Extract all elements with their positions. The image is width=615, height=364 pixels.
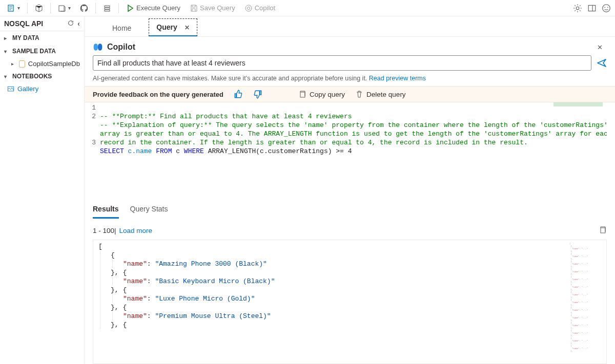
- stack-icon: [103, 4, 111, 12]
- results-minimap: [ { "name": "..." }, { "name": "..." }, …: [569, 242, 605, 361]
- query-editor[interactable]: 12 3 -- **Prompt:** Find all products th…: [85, 102, 607, 164]
- execute-label: Execute Query: [136, 4, 180, 12]
- open-icon: [58, 4, 66, 12]
- panel-icon[interactable]: [587, 4, 597, 13]
- svg-point-6: [603, 4, 610, 12]
- toolbar-open-dropdown[interactable]: ▾: [55, 3, 74, 13]
- svg-point-8: [607, 7, 608, 8]
- thumbs-up-icon[interactable]: [234, 90, 243, 99]
- copilot-small-icon: [244, 4, 253, 12]
- github-icon: [80, 4, 88, 12]
- api-label: NOSQL API: [4, 19, 43, 28]
- gallery-item[interactable]: Gallery: [0, 83, 84, 95]
- results-tab[interactable]: Results: [93, 203, 119, 219]
- svg-rect-11: [601, 228, 605, 233]
- copilot-toolbar-label: Copilot: [255, 4, 275, 12]
- svg-point-4: [576, 7, 579, 10]
- notebooks-section[interactable]: ▾ NOTEBOOKS: [0, 70, 84, 83]
- chevron-right-icon: ▸: [11, 61, 16, 67]
- sample-db-item[interactable]: ▸ CopilotSampleDb: [0, 58, 84, 70]
- copy-icon: [298, 90, 306, 98]
- toolbar-container-icon[interactable]: [32, 3, 46, 13]
- svg-rect-5: [588, 5, 596, 11]
- ai-disclaimer: AI-generated content can have mistakes. …: [85, 73, 615, 86]
- preview-terms-link[interactable]: Read preview terms: [369, 75, 426, 82]
- chevron-down-icon: ▾: [4, 74, 9, 79]
- query-stats-tab[interactable]: Query Stats: [130, 203, 168, 219]
- chevron-right-icon: ▸: [4, 35, 9, 41]
- feedback-label: Provide feedback on the query generated: [93, 91, 223, 98]
- tab-query[interactable]: Query ✕: [149, 18, 197, 36]
- copilot-title: Copilot: [107, 42, 135, 52]
- gallery-icon: [7, 85, 14, 93]
- cube-icon: [35, 4, 43, 12]
- collapse-sidebar-icon[interactable]: ‹: [77, 19, 80, 28]
- svg-rect-10: [300, 92, 305, 97]
- toolbar-stack-icon[interactable]: [100, 3, 114, 13]
- sampledata-label: SAMPLE DATA: [12, 48, 56, 55]
- settings-icon[interactable]: [573, 4, 582, 13]
- close-icon[interactable]: ✕: [184, 24, 190, 31]
- results-json-viewer[interactable]: [ { "name": "Amazing Phone 3000 (Black)"…: [93, 240, 607, 364]
- gallery-label: Gallery: [17, 85, 38, 93]
- copilot-prompt-input[interactable]: [93, 55, 591, 71]
- play-icon: [126, 4, 134, 12]
- toolbar-new-dropdown[interactable]: ▾: [4, 3, 23, 13]
- thumbs-down-icon[interactable]: [253, 90, 262, 99]
- refresh-icon[interactable]: [67, 19, 74, 27]
- tab-home[interactable]: Home: [105, 20, 138, 36]
- copy-query-button[interactable]: Copy query: [298, 90, 345, 98]
- svg-point-3: [247, 7, 250, 9]
- mydata-section[interactable]: ▸ MY DATA: [0, 31, 84, 45]
- toolbar-github-icon[interactable]: [77, 3, 91, 13]
- results-range: 1 - 100: [93, 227, 114, 234]
- load-more-link[interactable]: Load more: [119, 227, 153, 234]
- send-icon[interactable]: [597, 58, 607, 68]
- mydata-label: MY DATA: [12, 34, 39, 41]
- delete-query-button[interactable]: Delete query: [355, 90, 406, 98]
- sampledata-section[interactable]: ▾ SAMPLE DATA: [0, 45, 84, 58]
- chevron-down-icon: ▾: [4, 49, 9, 54]
- svg-point-2: [245, 5, 252, 11]
- feedback-smiley-icon[interactable]: [602, 4, 611, 13]
- copilot-logo-icon: [93, 42, 103, 52]
- save-icon: [190, 4, 198, 12]
- svg-point-7: [604, 7, 605, 8]
- copilot-toolbar-button[interactable]: Copilot: [241, 3, 278, 13]
- svg-rect-1: [59, 6, 64, 11]
- notebooks-label: NOTEBOOKS: [12, 73, 52, 80]
- execute-query-button[interactable]: Execute Query: [123, 3, 183, 13]
- copy-results-icon[interactable]: [599, 226, 607, 235]
- delete-icon: [355, 90, 363, 98]
- save-query-button[interactable]: Save Query: [187, 3, 238, 13]
- database-icon: [19, 60, 25, 68]
- line-gutter: 12 3: [85, 103, 100, 164]
- close-copilot-icon[interactable]: ✕: [597, 44, 607, 51]
- save-label: Save Query: [200, 4, 235, 12]
- sample-db-label: CopilotSampleDb: [28, 60, 80, 68]
- new-sql-icon: [7, 4, 15, 12]
